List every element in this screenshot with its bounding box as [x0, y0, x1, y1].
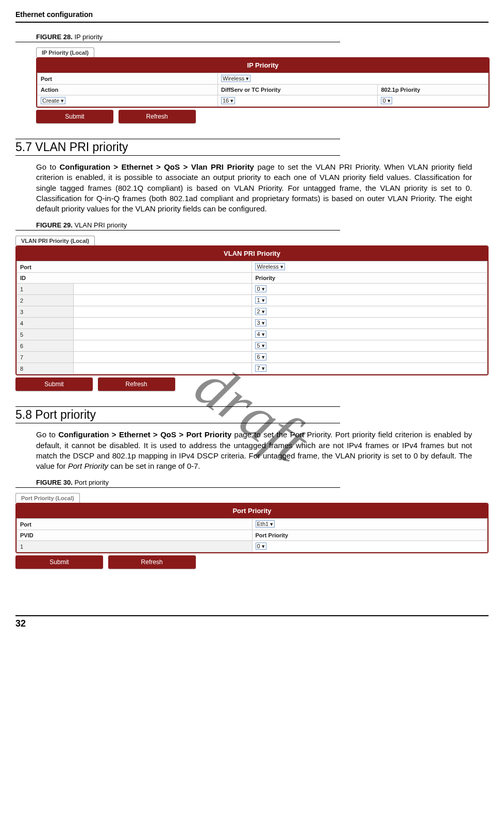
priority-select[interactable]: 6 ▾ — [255, 353, 266, 360]
priority-cell: 7 ▾ — [252, 363, 488, 374]
priority-value: 5 — [257, 342, 260, 349]
vlan-pri-table: Port Wireless ▾ ID Priority 10 ▾ 21 ▾ 32… — [16, 261, 488, 374]
action-select[interactable]: Create ▾ — [41, 97, 65, 104]
id-cell: 1 — [17, 284, 74, 295]
id-cell: 3 — [17, 306, 74, 318]
chevron-down-icon: ▾ — [388, 97, 391, 104]
page-number: 32 — [15, 618, 489, 629]
action-cell: Create ▾ — [38, 95, 218, 107]
port-priority-table: Port Eth1 ▾ PVID Port Priority 1 — [16, 518, 488, 552]
section-rule — [15, 423, 340, 423]
priority-cell: 4 ▾ — [252, 329, 488, 340]
figure-28-number: FIGURE 28. — [36, 33, 73, 41]
port-select[interactable]: Wireless ▾ — [255, 263, 284, 270]
submit-button[interactable]: Submit — [36, 110, 113, 123]
chevron-down-icon: ▾ — [262, 342, 265, 349]
priority-select[interactable]: 4 ▾ — [255, 331, 266, 338]
port-select-value: Wireless — [223, 75, 244, 81]
chevron-down-icon: ▾ — [262, 365, 265, 371]
id-cell: 7 — [17, 352, 74, 363]
refresh-button[interactable]: Refresh — [98, 377, 175, 391]
priority-select[interactable]: 7 ▾ — [255, 365, 266, 372]
section-rule — [15, 155, 340, 156]
priority-select[interactable]: 3 ▾ — [255, 319, 266, 326]
section-5-8-heading: 5.8 Port priority — [15, 408, 489, 422]
priority-cell: 5 ▾ — [252, 340, 488, 352]
chevron-down-icon: ▾ — [246, 75, 249, 81]
chevron-down-icon: ▾ — [61, 97, 64, 104]
vlan-pri-buttons: Submit Refresh — [15, 377, 489, 391]
vlan-pri-tab[interactable]: VLAN PRI Priority (Local) — [15, 236, 95, 245]
port-priority-select[interactable]: 0 ▾ — [256, 542, 266, 550]
figure-30-rule — [15, 487, 340, 488]
vlan-pri-panel: VLAN PRI Priority (Local) VLAN PRI Prior… — [15, 236, 489, 391]
col-port-label: Port — [17, 261, 252, 273]
chevron-down-icon: ▾ — [262, 354, 265, 360]
priority-cell: 1 ▾ — [252, 295, 488, 306]
port-select[interactable]: Eth1 ▾ — [256, 520, 275, 528]
footer-rule — [15, 615, 489, 616]
priority-value: 6 — [257, 354, 260, 360]
spacer-cell — [73, 352, 252, 363]
priority-select[interactable]: 5 ▾ — [255, 342, 266, 349]
priority-value: 2 — [257, 308, 260, 315]
action-select-value: Create — [42, 97, 59, 104]
spacer-cell — [73, 306, 252, 318]
chevron-down-icon: ▾ — [262, 320, 265, 326]
spacer-cell — [73, 318, 252, 329]
ip-priority-banner: IP Priority — [37, 58, 489, 73]
pvid-cell: 1 — [17, 541, 253, 552]
port-priority-tab[interactable]: Port Priority (Local) — [15, 493, 80, 503]
port-cell: Wireless ▾ — [252, 261, 488, 273]
submit-button[interactable]: Submit — [15, 377, 93, 391]
p8021-select-value: 0 — [382, 97, 385, 104]
priority-value: 7 — [257, 365, 260, 371]
pp-value: 0 — [257, 543, 260, 549]
spacer-cell — [73, 295, 252, 306]
priority-select[interactable]: 0 ▾ — [255, 285, 266, 292]
chevron-down-icon: ▾ — [262, 286, 265, 292]
chevron-down-icon: ▾ — [280, 264, 283, 270]
priority-select[interactable]: 2 ▾ — [255, 308, 266, 315]
port-cell: Eth1 ▾ — [252, 519, 488, 530]
text: Go to — [36, 162, 60, 171]
diffserv-select-value: 16 — [223, 97, 229, 104]
table-row: 32 ▾ — [17, 306, 488, 318]
page-header: Ethernet configuration — [15, 10, 489, 22]
priority-cell: 2 ▾ — [252, 306, 488, 318]
spacer-cell — [73, 329, 252, 340]
figure-29-title: VLAN PRI priority — [74, 221, 127, 229]
chevron-down-icon: ▾ — [270, 521, 273, 527]
col-port-priority-label: Port Priority — [252, 530, 488, 541]
diffserv-select[interactable]: 16 ▾ — [221, 97, 235, 104]
table-row: 87 ▾ — [17, 363, 488, 374]
col-action-label: Action — [38, 85, 218, 95]
header-rule — [15, 22, 489, 23]
port-cell: Wireless ▾ — [218, 73, 489, 85]
table-row: 10 ▾ — [17, 284, 488, 295]
ip-priority-tab[interactable]: IP Priority (Local) — [36, 47, 94, 57]
id-cell: 6 — [17, 340, 74, 352]
table-row: 54 ▾ — [17, 329, 488, 340]
refresh-button[interactable]: Refresh — [119, 110, 196, 123]
port-select-value: Eth1 — [257, 521, 269, 527]
priority-value: 1 — [257, 297, 260, 303]
spacer-cell — [73, 340, 252, 352]
p8021-select[interactable]: 0 ▾ — [381, 97, 392, 104]
submit-button[interactable]: Submit — [15, 555, 103, 569]
figure-28-title: IP priority — [74, 33, 103, 41]
refresh-button[interactable]: Refresh — [108, 555, 196, 569]
vlan-pri-box: VLAN PRI Priority Port Wireless ▾ ID Pri… — [15, 245, 489, 375]
figure-28-rule — [15, 42, 340, 42]
port-select[interactable]: Wireless ▾ — [221, 75, 250, 82]
section-rule — [15, 406, 340, 407]
id-cell: 5 — [17, 329, 74, 340]
table-row: 65 ▾ — [17, 340, 488, 352]
spacer-cell — [73, 363, 252, 374]
priority-select[interactable]: 1 ▾ — [255, 297, 266, 304]
col-id-label: ID — [17, 273, 252, 284]
text: Go to — [36, 430, 58, 439]
id-cell: 4 — [17, 318, 74, 329]
table-row: 43 ▾ — [17, 318, 488, 329]
priority-cell: 3 ▾ — [252, 318, 488, 329]
